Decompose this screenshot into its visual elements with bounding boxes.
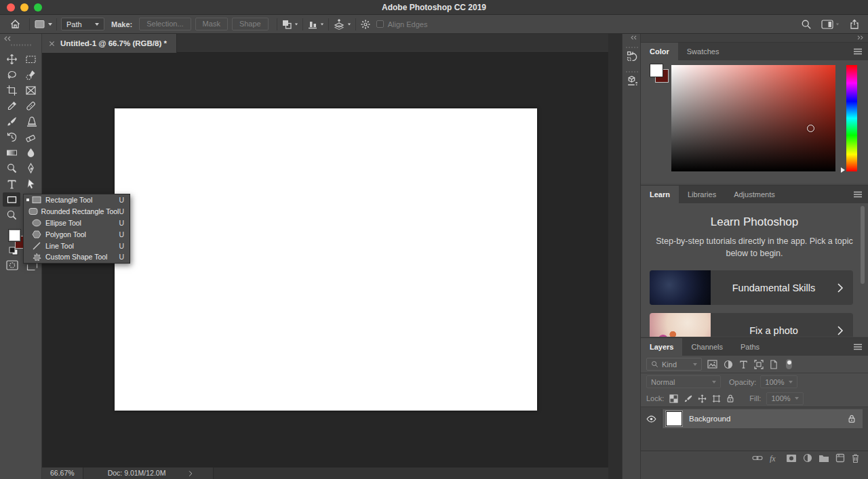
learn-card-fundamental-skills[interactable]: Fundamental Skills <box>650 270 853 305</box>
blend-mode-dropdown[interactable]: Normal <box>646 375 721 388</box>
tab-paths[interactable]: Paths <box>732 338 768 356</box>
type-tool[interactable] <box>3 177 20 191</box>
eraser-tool[interactable] <box>22 130 39 144</box>
flyout-item-rounded-rectangle-tool[interactable]: Rounded Rectangle Tool U <box>24 206 130 217</box>
pen-tool[interactable] <box>22 161 39 175</box>
flyout-item-custom-shape-tool[interactable]: Custom Shape Tool U <box>24 251 130 263</box>
path-operations-button[interactable] <box>281 19 298 30</box>
filter-shape-icon[interactable] <box>754 360 764 369</box>
saturation-brightness-field[interactable] <box>671 65 835 171</box>
delete-layer-icon[interactable] <box>851 453 860 463</box>
expand-panels-button[interactable] <box>630 35 637 40</box>
lock-artboard-icon[interactable] <box>712 394 721 403</box>
new-layer-icon[interactable] <box>835 453 845 463</box>
tab-channels[interactable]: Channels <box>682 338 731 356</box>
tab-adjustments[interactable]: Adjustments <box>725 186 784 203</box>
flyout-item-ellipse-tool[interactable]: Ellipse Tool U <box>24 217 130 229</box>
tab-libraries[interactable]: Libraries <box>679 186 725 203</box>
line-icon <box>32 242 42 250</box>
tab-color[interactable]: Color <box>641 43 678 60</box>
filter-adjustment-icon[interactable] <box>724 360 733 369</box>
flyout-item-line-tool[interactable]: Line Tool U <box>24 240 130 251</box>
search-button[interactable] <box>801 19 812 30</box>
collapse-toolbar-button[interactable] <box>3 36 12 41</box>
make-mask-button[interactable]: Mask <box>195 18 228 30</box>
frame-tool[interactable] <box>22 83 39 98</box>
flyout-item-rectangle-tool[interactable]: Rectangle Tool U <box>24 194 130 206</box>
color-picker-handle[interactable] <box>807 125 814 132</box>
tool-preset-picker[interactable] <box>34 19 52 30</box>
path-alignment-button[interactable] <box>307 19 324 30</box>
quick-mask-button[interactable] <box>6 260 18 270</box>
marquee-tool[interactable] <box>22 52 39 66</box>
new-adjustment-layer-icon[interactable] <box>803 453 812 463</box>
quick-selection-tool[interactable] <box>22 68 39 82</box>
properties-panel-button[interactable] <box>624 69 640 89</box>
brush-tool[interactable] <box>3 114 20 129</box>
add-layer-mask-icon[interactable] <box>786 454 797 463</box>
healing-brush-tool[interactable] <box>22 99 39 113</box>
toolbar-grip[interactable] <box>11 44 31 46</box>
tool-mode-dropdown[interactable]: Path <box>61 18 104 30</box>
zoom-tool[interactable] <box>3 208 20 222</box>
layer-style-fx-icon[interactable] <box>769 453 780 463</box>
document-tab[interactable]: Untitled-1 @ 66.7% (RGB/8) * <box>42 34 177 53</box>
layer-row-background[interactable]: Background <box>641 409 868 428</box>
doc-size-status[interactable]: Doc: 9.01M/12.0M <box>83 467 214 479</box>
foreground-color-swatch[interactable] <box>8 229 21 242</box>
panel-menu-icon[interactable] <box>853 47 863 56</box>
learn-card-fix-a-photo[interactable]: Fix a photo <box>650 313 853 337</box>
layer-row-content[interactable]: Background <box>663 409 863 428</box>
new-group-icon[interactable] <box>818 454 829 463</box>
lock-pixels-icon[interactable] <box>684 394 692 403</box>
opacity-value-dropdown[interactable]: 100% <box>760 375 797 388</box>
tab-layers[interactable]: Layers <box>641 338 682 356</box>
scrollbar[interactable] <box>861 206 865 284</box>
layer-visibility-toggle[interactable] <box>641 409 663 428</box>
filter-smart-object-icon[interactable] <box>770 360 778 369</box>
make-shape-button[interactable]: Shape <box>232 18 269 30</box>
hue-slider[interactable] <box>846 65 857 171</box>
filter-image-icon[interactable] <box>707 360 717 369</box>
eyedropper-tool[interactable] <box>3 99 20 113</box>
lock-position-icon[interactable] <box>698 394 707 403</box>
align-edges-checkbox[interactable] <box>376 20 384 28</box>
layer-thumbnail[interactable] <box>666 411 682 426</box>
link-layers-icon[interactable] <box>752 455 763 461</box>
rectangle-tool[interactable] <box>3 192 20 207</box>
gradient-tool[interactable] <box>3 146 20 160</box>
move-tool[interactable] <box>3 52 20 66</box>
dodge-tool[interactable] <box>3 161 20 175</box>
panel-menu-icon[interactable] <box>853 190 863 199</box>
filter-on-off-toggle[interactable] <box>786 359 792 369</box>
tab-learn[interactable]: Learn <box>641 186 679 203</box>
tab-swatches[interactable]: Swatches <box>678 43 728 60</box>
make-selection-button[interactable]: Selection... <box>139 18 191 30</box>
path-selection-tool[interactable] <box>22 177 39 191</box>
blur-tool[interactable] <box>22 146 39 160</box>
filter-type-icon[interactable] <box>739 360 748 369</box>
panel-menu-icon[interactable] <box>853 343 863 351</box>
lock-transparency-icon[interactable] <box>669 394 678 403</box>
status-options-chevron-icon[interactable] <box>189 470 193 477</box>
history-brush-tool[interactable] <box>3 130 20 144</box>
hue-slider-handle-icon[interactable] <box>841 167 845 173</box>
zoom-level-field[interactable]: 66.67% <box>42 467 83 479</box>
lock-all-icon[interactable] <box>726 394 734 403</box>
fill-value-dropdown[interactable]: 100% <box>766 392 803 405</box>
collapse-panels-button[interactable] <box>856 35 864 40</box>
filter-kind-dropdown[interactable]: Kind <box>646 358 702 371</box>
flyout-item-polygon-tool[interactable]: Polygon Tool U <box>24 228 130 240</box>
canvas[interactable] <box>115 108 537 411</box>
clone-stamp-tool[interactable] <box>22 114 39 129</box>
history-panel-button[interactable] <box>624 45 640 65</box>
path-arrangement-button[interactable] <box>333 19 351 30</box>
tool-options-gear-button[interactable] <box>360 19 371 30</box>
home-button[interactable] <box>5 18 25 30</box>
share-button[interactable] <box>849 19 860 30</box>
close-document-icon[interactable] <box>49 41 55 47</box>
lasso-tool[interactable] <box>3 68 20 82</box>
foreground-color-well[interactable] <box>650 64 663 77</box>
workspace-switcher-button[interactable] <box>821 20 840 29</box>
crop-tool[interactable] <box>3 83 20 98</box>
